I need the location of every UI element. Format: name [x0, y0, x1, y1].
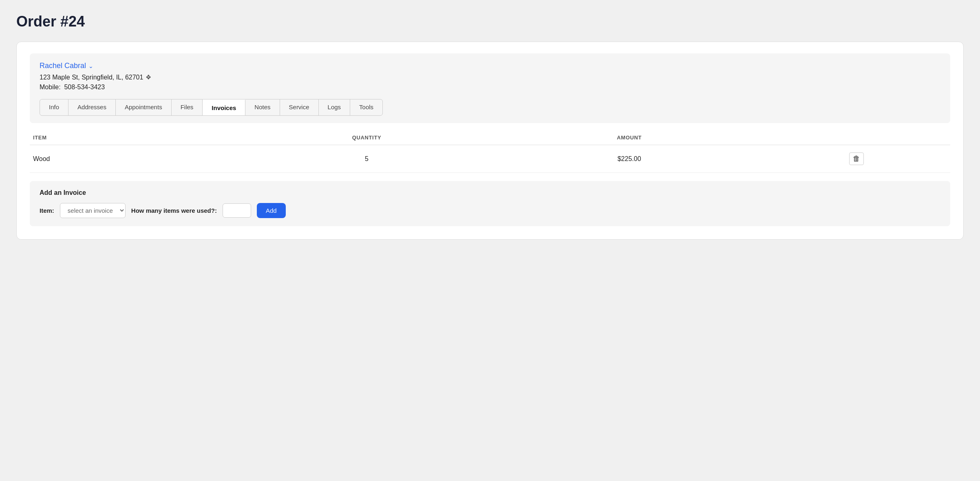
invoice-table: ITEM QUANTITY AMOUNT Wood 5 $225.00 🗑 [30, 135, 950, 173]
tab-notes[interactable]: Notes [245, 99, 280, 115]
location-icon: ❖ [146, 73, 151, 81]
col-header-amount: AMOUNT [496, 135, 763, 145]
col-header-actions [763, 135, 950, 145]
quantity-label: How many items were used?: [131, 207, 217, 214]
col-header-quantity: QUANTITY [237, 135, 496, 145]
chevron-down-icon: ⌄ [88, 63, 93, 69]
tab-appointments[interactable]: Appointments [116, 99, 172, 115]
row-delete-cell: 🗑 [763, 145, 950, 173]
tab-invoices[interactable]: Invoices [203, 99, 245, 115]
row-amount: $225.00 [496, 145, 763, 173]
tab-logs[interactable]: Logs [319, 99, 351, 115]
page-title: Order #24 [16, 13, 964, 30]
item-label: Item: [40, 207, 54, 214]
delete-row-button[interactable]: 🗑 [849, 152, 864, 165]
invoice-select[interactable]: select an invoice [60, 203, 126, 218]
add-invoice-section: Add an Invoice Item: select an invoice H… [30, 181, 950, 226]
customer-name-link[interactable]: Rachel Cabral ⌄ [40, 62, 93, 70]
mobile-number: 508-534-3423 [64, 84, 105, 90]
table-row: Wood 5 $225.00 🗑 [30, 145, 950, 173]
address-text: 123 Maple St, Springfield, IL, 62701 [40, 74, 143, 81]
tab-bar: Info Addresses Appointments Files Invoic… [40, 99, 383, 116]
main-card: Rachel Cabral ⌄ 123 Maple St, Springfiel… [16, 42, 964, 240]
customer-name-text: Rachel Cabral [40, 62, 86, 70]
row-item: Wood [30, 145, 237, 173]
customer-mobile: Mobile: 508-534-3423 [40, 84, 940, 91]
tab-files[interactable]: Files [172, 99, 203, 115]
quantity-input[interactable] [223, 203, 251, 218]
tab-tools[interactable]: Tools [350, 99, 382, 115]
add-button[interactable]: Add [257, 203, 286, 218]
tab-addresses[interactable]: Addresses [68, 99, 116, 115]
add-invoice-form: Item: select an invoice How many items w… [40, 203, 940, 218]
add-invoice-title: Add an Invoice [40, 189, 940, 196]
customer-section: Rachel Cabral ⌄ 123 Maple St, Springfiel… [30, 53, 950, 123]
mobile-label: Mobile: [40, 84, 61, 90]
customer-address: 123 Maple St, Springfield, IL, 62701 ❖ [40, 73, 940, 81]
tab-service[interactable]: Service [280, 99, 319, 115]
row-quantity: 5 [237, 145, 496, 173]
col-header-item: ITEM [30, 135, 237, 145]
tab-info[interactable]: Info [40, 99, 68, 115]
